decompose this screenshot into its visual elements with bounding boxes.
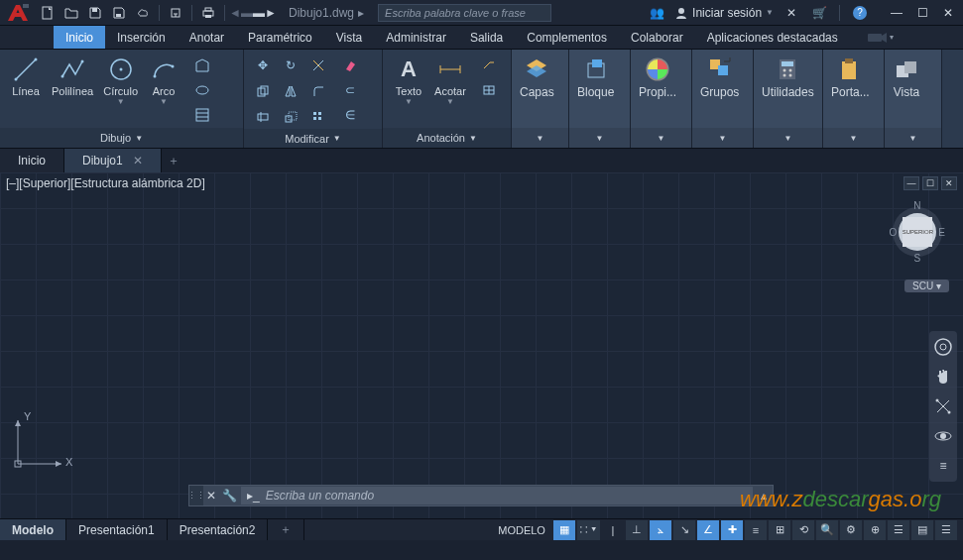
view-cube[interactable]: N O SUPERIOR E S	[890, 200, 945, 264]
acotar-button[interactable]: Acotar▼	[430, 54, 470, 107]
tab-administrar[interactable]: Administrar	[374, 26, 458, 49]
show-motion-icon[interactable]: ≡	[931, 454, 955, 478]
panel-grupos[interactable]: Grupos ▼	[692, 50, 754, 148]
arco-button[interactable]: Arco▼	[144, 54, 183, 107]
panel-capas[interactable]: Capas ▼	[512, 50, 569, 148]
move-icon[interactable]: ✥	[250, 54, 276, 77]
cmdline-customize-icon[interactable]: 🔧	[219, 489, 239, 503]
cycling-toggle[interactable]: ⟲	[792, 520, 814, 540]
array-icon[interactable]	[305, 105, 331, 129]
signin-button[interactable]: Iniciar sesión ▼	[674, 6, 774, 20]
circulo-button[interactable]: Círculo▼	[99, 54, 142, 107]
layout2-tab[interactable]: Presentación2	[168, 519, 269, 540]
ortho-toggle[interactable]: ⊥	[626, 520, 648, 540]
panel-utilidades[interactable]: Utilidades ▼	[754, 50, 823, 148]
vp-minimize-icon[interactable]: —	[903, 176, 919, 190]
panel-vista[interactable]: Vista ▼	[885, 50, 942, 148]
units-toggle[interactable]: ☰	[888, 520, 909, 540]
cmdline-grip-icon[interactable]: ⋮⋮	[189, 486, 203, 505]
undo-icon[interactable]: ◄▬	[231, 3, 251, 23]
snap-toggle[interactable]: ⸬ ▾	[577, 520, 600, 540]
cmdline-history-icon[interactable]: ▴	[755, 489, 773, 503]
offset-icon[interactable]: ⊂	[337, 78, 363, 102]
drawing-viewport[interactable]: [–][Superior][Estructura alámbrica 2D] —…	[0, 172, 963, 518]
featured-apps-icon[interactable]: ▾	[860, 26, 902, 49]
zoom-extents-icon[interactable]	[931, 394, 955, 418]
pan-icon[interactable]	[931, 365, 955, 389]
search-input[interactable]: Escriba palabra clave o frase	[378, 4, 551, 22]
model-tab[interactable]: Modelo	[0, 519, 66, 540]
ucs-badge[interactable]: SCU ▾	[904, 280, 949, 292]
help-icon[interactable]: ?	[850, 3, 870, 23]
cart-icon[interactable]: 🛒	[809, 3, 829, 23]
stretch-icon[interactable]	[250, 105, 276, 129]
rotate-icon[interactable]: ↻	[278, 54, 303, 77]
vp-close-icon[interactable]: ✕	[941, 176, 957, 190]
copy-icon[interactable]	[250, 79, 276, 103]
file-tab-doc[interactable]: Dibujo1✕	[64, 149, 162, 172]
annotation-monitor-toggle[interactable]: ⊕	[864, 520, 886, 540]
command-input[interactable]: ▸_Escriba un comando	[241, 487, 753, 504]
hatch-icon[interactable]	[189, 103, 215, 127]
steering-wheel-icon[interactable]	[931, 335, 955, 359]
exchange-icon[interactable]: ✕	[782, 3, 801, 23]
tab-vista[interactable]: Vista	[324, 26, 374, 49]
panel-propiedades[interactable]: Propi... ▼	[631, 50, 692, 148]
viewport-label[interactable]: [–][Superior][Estructura alámbrica 2D]	[6, 176, 205, 190]
tab-complementos[interactable]: Complementos	[515, 26, 619, 49]
tab-aplicaciones[interactable]: Aplicaciones destacadas	[695, 26, 850, 49]
texto-button[interactable]: ATexto▼	[389, 54, 428, 107]
vp-maximize-icon[interactable]: ☐	[922, 176, 938, 190]
isodraft-toggle[interactable]: ↘	[673, 520, 695, 540]
tab-insercion[interactable]: Inserción	[105, 26, 178, 49]
trim-icon[interactable]	[305, 54, 331, 77]
tab-colaborar[interactable]: Colaborar	[619, 26, 695, 49]
model-space-label[interactable]: MODELO	[492, 524, 551, 536]
erase-icon[interactable]	[337, 54, 363, 77]
file-tab-home[interactable]: Inicio	[0, 149, 64, 172]
tab-parametrico[interactable]: Paramétrico	[236, 26, 324, 49]
annotation-scale[interactable]: 🔍	[816, 520, 838, 540]
cloud-save-icon[interactable]	[133, 3, 153, 23]
print-icon[interactable]	[198, 3, 218, 23]
command-line[interactable]: ⋮⋮ ✕ 🔧 ▸_Escriba un comando ▴	[188, 485, 774, 506]
fillet-icon[interactable]	[305, 79, 331, 103]
cloud-open-icon[interactable]	[166, 3, 185, 23]
orbit-icon[interactable]	[931, 424, 955, 448]
minimize-icon[interactable]: —	[886, 4, 907, 22]
polar-toggle[interactable]: ⦛	[650, 520, 671, 540]
saveas-icon[interactable]	[109, 3, 129, 23]
polygon-icon[interactable]	[189, 54, 215, 77]
table-icon[interactable]	[476, 78, 502, 102]
maximize-icon[interactable]: ☐	[911, 4, 933, 22]
quick-props-toggle[interactable]: ▤	[911, 520, 933, 540]
open-icon[interactable]	[61, 3, 81, 23]
layout1-tab[interactable]: Presentación1	[66, 519, 168, 540]
connect-icon[interactable]: 👥	[647, 3, 666, 23]
polilinea-button[interactable]: Polilínea	[48, 54, 97, 99]
lineweight-toggle[interactable]: ≡	[745, 520, 767, 540]
redo-icon[interactable]: ▬►	[255, 3, 275, 23]
save-icon[interactable]	[85, 3, 105, 23]
transparency-toggle[interactable]: ⊞	[769, 520, 790, 540]
cmdline-close-icon[interactable]: ✕	[203, 489, 219, 503]
new-tab-button[interactable]: ＋	[162, 149, 185, 172]
close-tab-icon[interactable]: ✕	[133, 154, 143, 168]
panel-portapapeles[interactable]: Porta... ▼	[823, 50, 885, 148]
panel-bloque[interactable]: Bloque ▼	[569, 50, 631, 148]
add-layout-button[interactable]: ＋	[268, 519, 304, 540]
app-logo[interactable]	[4, 2, 32, 24]
workspace-icon[interactable]: ⚙	[840, 520, 862, 540]
leader-icon[interactable]	[476, 54, 502, 77]
osnap-toggle[interactable]: ∠	[697, 520, 719, 540]
scale-icon[interactable]	[278, 105, 303, 129]
customization-icon[interactable]: ☰	[935, 520, 957, 540]
tab-anotar[interactable]: Anotar	[178, 26, 236, 49]
grid-toggle[interactable]: ▦	[553, 520, 575, 540]
close-icon[interactable]: ✕	[937, 4, 959, 22]
new-icon[interactable]	[38, 3, 58, 23]
mirror-icon[interactable]	[278, 79, 303, 103]
ellipse-icon[interactable]	[189, 78, 215, 102]
linea-button[interactable]: Línea	[6, 54, 46, 99]
title-dropdown-icon[interactable]: ▸	[358, 6, 364, 20]
